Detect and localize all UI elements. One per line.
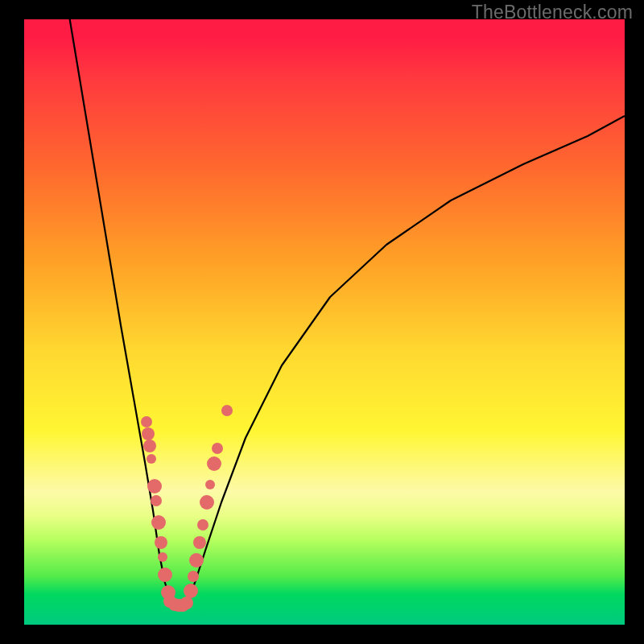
data-dot: [207, 456, 221, 471]
watermark-text: TheBottleneck.com: [472, 2, 633, 23]
data-dot: [180, 597, 193, 609]
data-dot: [205, 480, 215, 489]
data-dot: [197, 519, 208, 530]
data-dot: [147, 454, 156, 464]
data-dot: [188, 571, 199, 582]
data-dot: [151, 515, 166, 530]
data-dot: [221, 405, 233, 416]
bottleneck-curve: [64, 19, 625, 604]
data-dot: [151, 495, 162, 506]
data-dot: [158, 552, 167, 562]
data-dot: [142, 427, 155, 440]
data-dot: [147, 479, 162, 493]
data-dot: [200, 495, 214, 510]
plot-area: [24, 19, 625, 625]
data-dot: [193, 536, 206, 549]
data-dot: [155, 536, 167, 549]
data-dot: [189, 553, 204, 568]
data-dot: [212, 443, 223, 454]
data-dot: [141, 416, 152, 427]
data-dot: [184, 584, 198, 598]
data-dot: [158, 568, 172, 582]
chart-svg: [24, 19, 625, 625]
chart-frame: TheBottleneck.com: [0, 0, 644, 644]
data-dot: [143, 440, 156, 452]
